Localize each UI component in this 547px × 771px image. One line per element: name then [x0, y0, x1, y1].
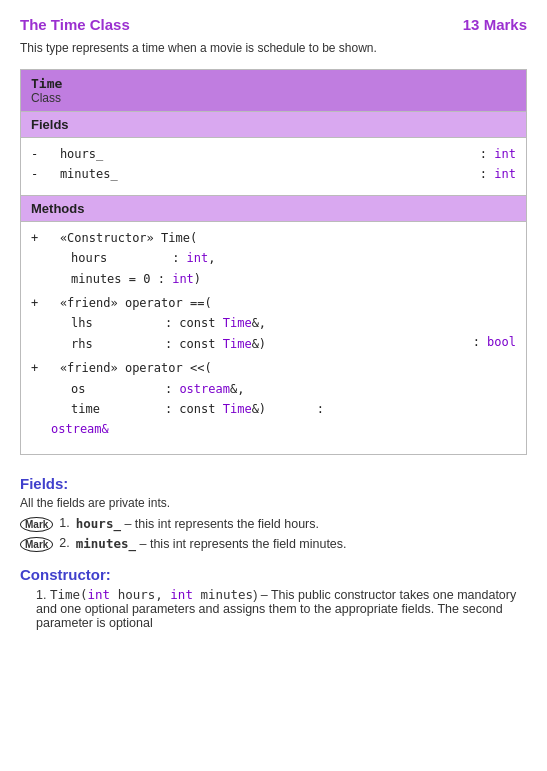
method-op-stream: + «friend» operator <<( os : ostream&, t… [31, 358, 516, 440]
page-description: This type represents a time when a movie… [20, 41, 527, 55]
op-stream-return-type: ostream& [31, 419, 324, 439]
uml-field-hours-type: : int [480, 144, 516, 164]
op-stream-param-time: time : const Time&) : [31, 399, 324, 419]
op-eq-return-type: : bool [473, 332, 516, 354]
uml-methods-header-row: Methods [21, 195, 527, 221]
fields-section: Fields: All the fields are private ints.… [20, 475, 527, 552]
op-eq-left: + «friend» operator ==( lhs : const Time… [31, 293, 266, 354]
page-header: The Time Class 13 Marks [20, 16, 527, 33]
uml-field-minutes-name: - minutes_ [31, 164, 118, 184]
constructor-sig-line: + «Constructor» Time( [31, 228, 516, 248]
field-hours-content: hours_ – this int represents the field h… [76, 516, 319, 531]
page-marks: 13 Marks [463, 16, 527, 33]
field-hours-number: 1. [59, 516, 69, 530]
op-stream-return-row: os : ostream&, time : const Time&) : ost… [31, 379, 516, 440]
uml-class-stereotype: Class [31, 91, 516, 105]
fields-description: All the fields are private ints. [20, 496, 527, 510]
uml-fields-body-row: - hours_ : int - minutes_ : int [21, 138, 527, 196]
uml-methods-body: + «Constructor» Time( hours : int, minut… [21, 221, 527, 454]
method-constructor: + «Constructor» Time( hours : int, minut… [31, 228, 516, 289]
method-op-eq: + «friend» operator ==( lhs : const Time… [31, 293, 516, 354]
uml-fields-header: Fields [21, 112, 527, 138]
mark-badge-hours: Mark [20, 517, 53, 532]
uml-table: Time Class Fields - hours_ : int - minut… [20, 69, 527, 455]
page-title: The Time Class [20, 16, 130, 33]
uml-fields-body: - hours_ : int - minutes_ : int [21, 138, 527, 196]
constructor-param-minutes: minutes = 0 : int) [31, 269, 516, 289]
field-minutes-desc: – this int represents the field minutes. [140, 537, 347, 551]
uml-field-minutes-type: : int [480, 164, 516, 184]
uml-field-minutes: - minutes_ : int [31, 164, 516, 184]
field-item-hours: Mark 1. hours_ – this int represents the… [20, 516, 527, 532]
op-eq-return-row: + «friend» operator ==( lhs : const Time… [31, 293, 516, 354]
op-stream-params: os : ostream&, time : const Time&) : ost… [31, 379, 324, 440]
constructor-item-1: 1. Time(int hours, int minutes) – This p… [36, 587, 527, 630]
uml-field-hours-name: - hours_ [31, 144, 103, 164]
uml-fields-header-row: Fields [21, 112, 527, 138]
fields-heading: Fields: [20, 475, 527, 492]
minutes-type-int: int [494, 167, 516, 181]
constructor-section: Constructor: 1. Time(int hours, int minu… [20, 566, 527, 630]
op-eq-sig: + «friend» operator ==( [31, 293, 266, 313]
uml-methods-header: Methods [21, 195, 527, 221]
op-stream-param-os: os : ostream&, [31, 379, 324, 399]
uml-class-name: Time [31, 76, 516, 91]
uml-class-header-cell: Time Class [21, 70, 527, 112]
op-eq-param-lhs: lhs : const Time&, [31, 313, 266, 333]
constructor-heading: Constructor: [20, 566, 527, 583]
constructor-code: Time(int hours, int minutes [50, 587, 253, 602]
constructor-param-hours: hours : int, [31, 248, 516, 268]
op-eq-param-rhs: rhs : const Time&) [31, 334, 266, 354]
field-minutes-number: 2. [59, 536, 69, 550]
mark-badge-minutes: Mark [20, 537, 53, 552]
field-hours-name: hours_ [76, 516, 121, 531]
uml-field-hours: - hours_ : int [31, 144, 516, 164]
field-minutes-content: minutes_ – this int represents the field… [76, 536, 347, 551]
field-minutes-name: minutes_ [76, 536, 136, 551]
uml-class-header-row: Time Class [21, 70, 527, 112]
hours-type-int: int [494, 147, 516, 161]
uml-methods-body-row: + «Constructor» Time( hours : int, minut… [21, 221, 527, 454]
field-item-minutes: Mark 2. minutes_ – this int represents t… [20, 536, 527, 552]
field-hours-desc: – this int represents the field hours. [124, 517, 319, 531]
op-stream-sig: + «friend» operator <<( [31, 358, 516, 378]
